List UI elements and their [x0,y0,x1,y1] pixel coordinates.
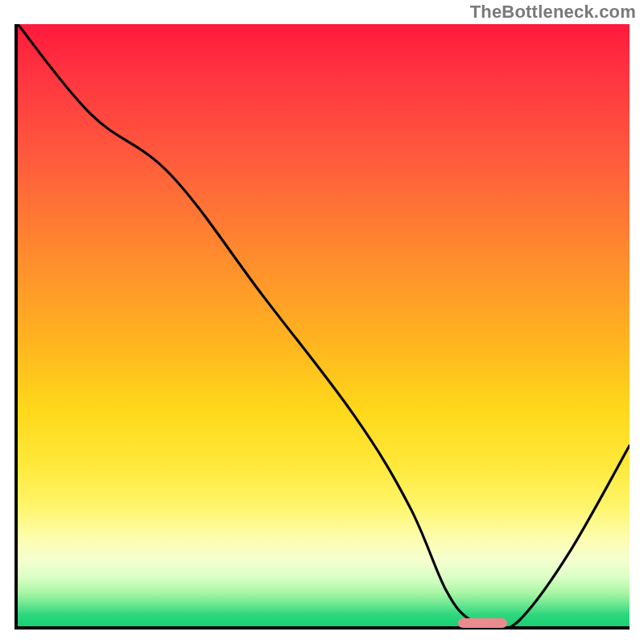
bottleneck-curve-path [18,24,630,626]
optimal-range-marker [458,618,507,628]
watermark-text: TheBottleneck.com [470,2,636,23]
bottleneck-chart: TheBottleneck.com [0,0,644,644]
curve-layer [18,24,630,626]
plot-area [14,24,630,630]
